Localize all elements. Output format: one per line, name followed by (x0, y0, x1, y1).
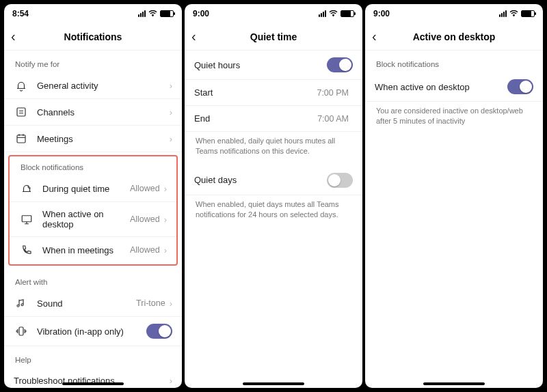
section-help: Help (4, 346, 182, 368)
status-bar: 8:54 (4, 4, 182, 23)
row-label: Start (194, 87, 317, 98)
quiet-days-toggle[interactable] (327, 173, 353, 188)
back-button[interactable]: ‹ (372, 29, 377, 44)
svg-rect-4 (19, 327, 23, 335)
nav-header: ‹ Notifications (4, 23, 182, 51)
phone-icon (19, 244, 34, 256)
battery-icon (160, 10, 174, 17)
status-icons (319, 10, 354, 17)
svg-rect-2 (17, 135, 25, 143)
svg-point-6 (513, 16, 515, 17)
content-scroll[interactable]: Quiet hours Start 7:00 PM End 7:00 AM Wh… (185, 51, 362, 388)
row-channels[interactable]: Channels › (4, 99, 182, 126)
chevron-right-icon: › (170, 107, 172, 117)
row-during-quiet-time[interactable]: During quiet time Allowed › (10, 176, 176, 202)
chevron-right-icon: › (170, 298, 172, 309)
svg-rect-3 (22, 216, 31, 222)
signal-icon (499, 10, 507, 17)
row-label: When active on desktop (375, 82, 507, 92)
back-button[interactable]: ‹ (11, 29, 16, 44)
row-sound[interactable]: Sound Tri-tone › (4, 290, 182, 317)
bell-icon (14, 79, 29, 92)
row-label: Quiet hours (194, 60, 327, 70)
nav-header: ‹ Quiet time (185, 23, 362, 51)
wifi-icon (148, 10, 157, 17)
row-value: Allowed (130, 184, 160, 193)
status-time: 9:00 (373, 9, 390, 18)
phone-screen-notifications: 8:54 ‹ Notifications Notify me for Gener… (4, 4, 182, 388)
status-time: 8:54 (12, 9, 29, 18)
chevron-right-icon: › (170, 81, 172, 91)
row-start-time[interactable]: Start 7:00 PM (185, 80, 362, 106)
status-bar: 9:00 (365, 4, 543, 23)
row-quiet-days[interactable]: Quiet days (185, 166, 362, 195)
status-bar: 9:00 (185, 4, 362, 23)
status-icons (499, 10, 535, 17)
desktop-icon (19, 213, 34, 225)
row-value: Allowed (130, 245, 160, 255)
section-notify-me-for: Notify me for (4, 51, 182, 72)
battery-icon (521, 10, 535, 17)
vibration-icon (14, 325, 29, 337)
row-value: 7:00 AM (317, 114, 349, 124)
row-label: Troubleshoot notifications (14, 376, 170, 386)
quiet-hours-toggle[interactable] (327, 57, 353, 72)
row-troubleshoot[interactable]: Troubleshoot notifications › (4, 368, 182, 388)
row-meetings[interactable]: Meetings › (4, 126, 182, 152)
battery-icon (341, 10, 354, 17)
content-scroll[interactable]: Notify me for General activity › Channel… (4, 51, 182, 388)
page-title: Active on desktop (413, 31, 496, 42)
row-label: General activity (37, 81, 170, 91)
active-desktop-help: You are considered inactive on desktop/w… (365, 102, 543, 136)
row-active-on-desktop[interactable]: When active on desktop Allowed › (10, 202, 176, 237)
section-alert-with: Alert with (4, 268, 182, 290)
svg-point-5 (333, 16, 334, 17)
phone-screen-active-on-desktop: 9:00 ‹ Active on desktop Block notificat… (365, 4, 543, 388)
row-label: When in meetings (42, 245, 130, 255)
calendar-icon (14, 132, 29, 145)
row-end-time[interactable]: End 7:00 AM (185, 106, 362, 132)
status-icons (138, 10, 174, 17)
page-title: Quiet time (250, 31, 297, 42)
section-block-notifications: Block notifications (365, 51, 543, 72)
back-button[interactable]: ‹ (191, 29, 196, 44)
row-label: When active on desktop (42, 209, 130, 229)
row-value: Allowed (130, 214, 160, 224)
row-general-activity[interactable]: General activity › (4, 72, 182, 99)
wifi-icon (329, 10, 338, 17)
chevron-right-icon: › (164, 214, 167, 225)
chevron-right-icon: › (170, 134, 172, 144)
quiet-icon (19, 182, 34, 195)
chevron-right-icon: › (170, 376, 172, 386)
vibration-toggle[interactable] (146, 324, 172, 339)
active-desktop-toggle[interactable] (507, 79, 533, 94)
quiet-days-help: When enabled, quiet days mutes all Teams… (185, 195, 362, 229)
chevron-right-icon: › (164, 184, 167, 194)
row-label: Vibration (in-app only) (37, 326, 146, 337)
row-when-active-on-desktop[interactable]: When active on desktop (365, 72, 543, 102)
row-label: Channels (37, 107, 170, 117)
signal-icon (138, 10, 146, 17)
row-value: 7:00 PM (317, 88, 349, 98)
svg-point-0 (152, 16, 154, 17)
status-time: 9:00 (193, 9, 209, 18)
signal-icon (319, 10, 326, 17)
svg-rect-1 (17, 108, 25, 116)
row-quiet-hours[interactable]: Quiet hours (185, 51, 362, 80)
quiet-hours-help: When enabled, daily quiet hours mutes al… (185, 132, 362, 166)
nav-header: ‹ Active on desktop (365, 23, 543, 51)
content-scroll[interactable]: Block notifications When active on deskt… (365, 51, 543, 388)
row-vibration[interactable]: Vibration (in-app only) (4, 317, 182, 346)
block-notifications-highlight: Block notifications During quiet time Al… (8, 155, 178, 266)
sound-icon (14, 297, 29, 309)
row-when-in-meetings[interactable]: When in meetings Allowed › (10, 237, 176, 263)
row-label: During quiet time (42, 184, 130, 194)
row-label: Sound (37, 298, 136, 309)
section-block-notifications: Block notifications (10, 156, 176, 176)
wifi-icon (509, 10, 518, 17)
row-label: Quiet days (194, 175, 327, 185)
row-value: Tri-tone (136, 298, 165, 308)
row-label: Meetings (37, 134, 170, 144)
row-label: End (194, 113, 317, 124)
phone-screen-quiet-time: 9:00 ‹ Quiet time Quiet hours Start 7:00… (185, 4, 362, 388)
